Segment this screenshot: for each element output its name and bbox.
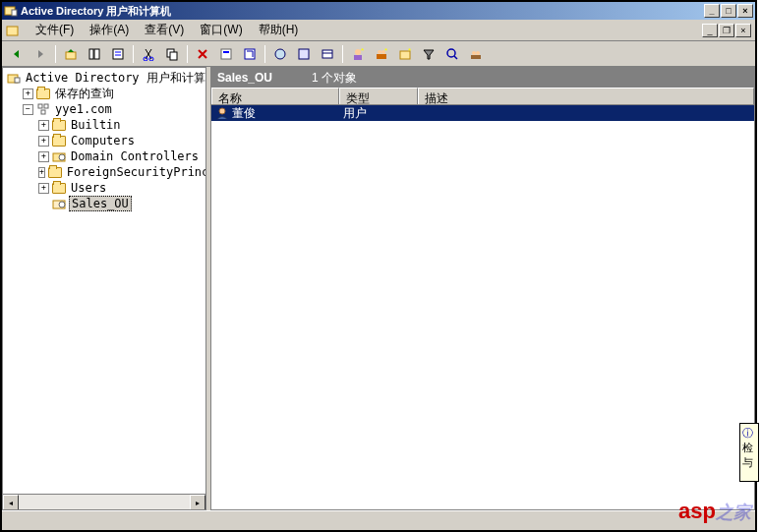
svg-point-29 <box>447 49 455 57</box>
expander-icon[interactable]: + <box>38 136 49 147</box>
expander-icon[interactable]: + <box>38 151 49 162</box>
delete-button[interactable] <box>192 43 213 65</box>
scroll-left-button[interactable]: ◂ <box>3 495 19 510</box>
menu-action[interactable]: 操作(A) <box>82 20 137 40</box>
svg-rect-5 <box>94 49 99 59</box>
svg-point-23 <box>378 50 381 54</box>
svg-rect-21 <box>354 55 362 60</box>
tool3-button[interactable] <box>317 43 338 65</box>
svg-rect-35 <box>15 78 20 83</box>
copy-button[interactable] <box>161 43 183 65</box>
svg-text:*: * <box>408 47 411 55</box>
svg-text:*: * <box>384 47 387 55</box>
scroll-track[interactable] <box>19 495 190 509</box>
ou-open-icon <box>52 197 66 210</box>
row-type: 用户 <box>339 105 418 122</box>
find-button[interactable] <box>441 43 463 65</box>
folder-icon <box>52 118 66 132</box>
statusbar <box>2 510 755 530</box>
expander-icon[interactable]: + <box>38 167 45 178</box>
cut-button[interactable] <box>138 43 159 65</box>
tool1-button[interactable] <box>269 43 291 65</box>
newuser-button[interactable]: * <box>347 43 369 65</box>
svg-rect-13 <box>221 49 231 59</box>
newou-button[interactable]: * <box>394 43 416 65</box>
window-title: Active Directory 用户和计算机 <box>21 4 704 19</box>
refresh-button[interactable] <box>239 43 261 65</box>
properties-button[interactable] <box>107 43 129 65</box>
tree-computers[interactable]: + Computers <box>5 133 204 148</box>
back-button[interactable] <box>6 43 28 65</box>
svg-rect-38 <box>41 110 45 114</box>
menu-help[interactable]: 帮助(H) <box>251 20 307 40</box>
newgroup-button[interactable]: * <box>371 43 392 65</box>
expander-icon[interactable]: − <box>23 104 33 115</box>
domain-icon <box>36 102 50 116</box>
col-name[interactable]: 名称 <box>211 88 339 104</box>
folder-icon <box>36 87 50 100</box>
app-icon <box>4 4 18 18</box>
show-hide-button[interactable] <box>84 43 105 65</box>
tree-saved-queries[interactable]: + 保存的查询 <box>5 86 204 101</box>
col-desc[interactable]: 描述 <box>418 88 754 104</box>
tree-fsp[interactable]: + ForeignSecurityPrincipa <box>5 164 204 180</box>
expander-icon[interactable]: + <box>38 183 49 194</box>
minimize-button[interactable]: _ <box>704 4 720 18</box>
svg-rect-12 <box>170 52 177 60</box>
svg-text:*: * <box>361 47 364 55</box>
svg-rect-18 <box>322 50 332 58</box>
mdi-close-button[interactable]: × <box>735 24 751 37</box>
svg-rect-1 <box>12 10 17 16</box>
tree-domain[interactable]: − yye1.com <box>5 101 204 117</box>
folder-icon <box>52 181 66 195</box>
svg-rect-17 <box>299 49 309 59</box>
list-body[interactable]: 董俊 用户 <box>211 105 754 509</box>
svg-rect-33 <box>471 55 481 59</box>
col-type[interactable]: 类型 <box>339 88 418 104</box>
row-name: 董俊 <box>232 105 256 122</box>
tree-panel[interactable]: Active Directory 用户和计算机 + 保存的查询 − yye1.c… <box>2 67 206 510</box>
svg-point-31 <box>472 51 476 55</box>
tree-domain-controllers[interactable]: + Domain Controllers <box>5 148 204 164</box>
close-button[interactable]: × <box>737 4 753 18</box>
mdi-minimize-button[interactable]: _ <box>702 24 718 37</box>
properties2-button[interactable] <box>215 43 237 65</box>
svg-point-43 <box>219 108 225 114</box>
expander-icon[interactable]: + <box>23 89 33 99</box>
list-panel: Sales_OU 1 个对象 名称 类型 描述 董俊 用户 <box>210 67 755 510</box>
svg-rect-36 <box>38 104 42 108</box>
list-header-count: 1 个对象 <box>312 70 357 87</box>
tree-users[interactable]: + Users <box>5 180 204 196</box>
tree-sales-ou[interactable]: Sales_OU <box>5 196 204 211</box>
user-icon <box>215 106 229 120</box>
forward-button[interactable] <box>29 43 51 65</box>
tool2-button[interactable] <box>293 43 315 65</box>
svg-rect-2 <box>7 27 18 35</box>
ou-icon <box>52 149 66 163</box>
tree-root[interactable]: Active Directory 用户和计算机 <box>5 70 204 86</box>
list-row[interactable]: 董俊 用户 <box>211 105 754 121</box>
scroll-right-button[interactable]: ▸ <box>190 495 205 510</box>
menu-view[interactable]: 查看(V) <box>137 20 192 40</box>
info-panel-fragment: ⓘ 检 与 <box>739 423 759 482</box>
up-button[interactable] <box>60 43 82 65</box>
mdi-restore-button[interactable]: ❐ <box>719 24 734 37</box>
titlebar: Active Directory 用户和计算机 _ □ × <box>2 2 755 20</box>
svg-point-16 <box>275 49 285 59</box>
svg-rect-14 <box>223 51 229 53</box>
svg-point-42 <box>59 202 65 207</box>
filter-button[interactable] <box>418 43 439 65</box>
menubar: 文件(F) 操作(A) 查看(V) 窗口(W) 帮助(H) _ ❐ × <box>2 20 755 41</box>
menu-file[interactable]: 文件(F) <box>28 20 82 40</box>
menu-window[interactable]: 窗口(W) <box>192 20 250 40</box>
tree-builtin[interactable]: + Builtin <box>5 117 204 133</box>
ad-root-icon <box>7 71 21 85</box>
maximize-button[interactable]: □ <box>721 4 736 18</box>
svg-point-40 <box>59 154 65 160</box>
tree-scrollbar[interactable]: ◂ ▸ <box>3 494 205 509</box>
addtogroup-button[interactable] <box>465 43 487 65</box>
mdi-icon <box>6 23 22 38</box>
expander-icon[interactable]: + <box>38 120 49 131</box>
svg-rect-4 <box>89 49 93 59</box>
list-header: Sales_OU 1 个对象 <box>211 68 754 88</box>
